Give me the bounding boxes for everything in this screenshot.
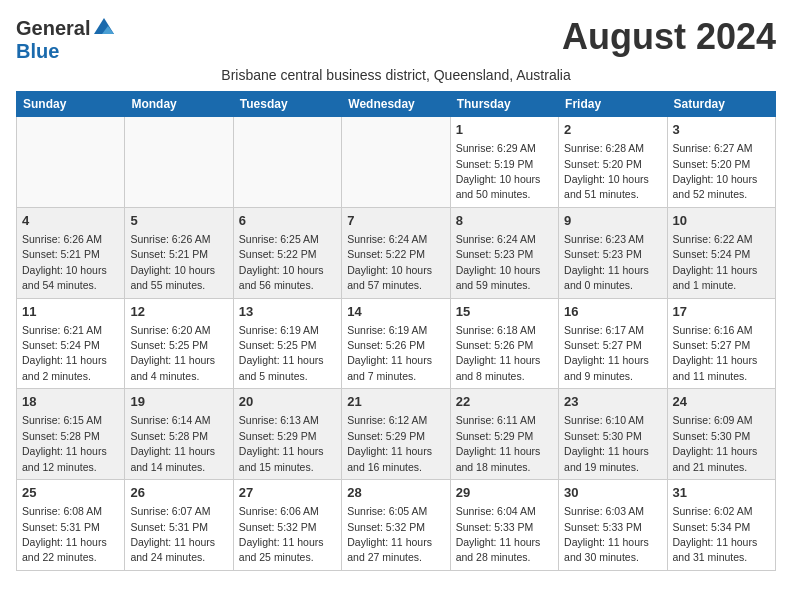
calendar-day-26: 26Sunrise: 6:07 AM Sunset: 5:31 PM Dayli… [125, 480, 233, 571]
day-number: 20 [239, 393, 336, 411]
day-info: Sunrise: 6:10 AM Sunset: 5:30 PM Dayligh… [564, 414, 649, 472]
calendar-empty-cell [342, 117, 450, 208]
day-number: 5 [130, 212, 227, 230]
calendar-day-18: 18Sunrise: 6:15 AM Sunset: 5:28 PM Dayli… [17, 389, 125, 480]
day-number: 24 [673, 393, 770, 411]
day-info: Sunrise: 6:06 AM Sunset: 5:32 PM Dayligh… [239, 505, 324, 563]
day-info: Sunrise: 6:25 AM Sunset: 5:22 PM Dayligh… [239, 233, 324, 291]
calendar-day-28: 28Sunrise: 6:05 AM Sunset: 5:32 PM Dayli… [342, 480, 450, 571]
calendar-day-3: 3Sunrise: 6:27 AM Sunset: 5:20 PM Daylig… [667, 117, 775, 208]
day-info: Sunrise: 6:11 AM Sunset: 5:29 PM Dayligh… [456, 414, 541, 472]
day-number: 2 [564, 121, 661, 139]
calendar-day-5: 5Sunrise: 6:26 AM Sunset: 5:21 PM Daylig… [125, 207, 233, 298]
day-number: 7 [347, 212, 444, 230]
weekday-header-monday: Monday [125, 92, 233, 117]
day-info: Sunrise: 6:21 AM Sunset: 5:24 PM Dayligh… [22, 324, 107, 382]
calendar-day-23: 23Sunrise: 6:10 AM Sunset: 5:30 PM Dayli… [559, 389, 667, 480]
day-number: 10 [673, 212, 770, 230]
day-number: 12 [130, 303, 227, 321]
day-number: 16 [564, 303, 661, 321]
day-info: Sunrise: 6:17 AM Sunset: 5:27 PM Dayligh… [564, 324, 649, 382]
calendar-day-12: 12Sunrise: 6:20 AM Sunset: 5:25 PM Dayli… [125, 298, 233, 389]
weekday-header-wednesday: Wednesday [342, 92, 450, 117]
day-info: Sunrise: 6:24 AM Sunset: 5:22 PM Dayligh… [347, 233, 432, 291]
calendar-day-16: 16Sunrise: 6:17 AM Sunset: 5:27 PM Dayli… [559, 298, 667, 389]
day-number: 3 [673, 121, 770, 139]
day-number: 17 [673, 303, 770, 321]
calendar-day-20: 20Sunrise: 6:13 AM Sunset: 5:29 PM Dayli… [233, 389, 341, 480]
calendar-day-21: 21Sunrise: 6:12 AM Sunset: 5:29 PM Dayli… [342, 389, 450, 480]
calendar-day-2: 2Sunrise: 6:28 AM Sunset: 5:20 PM Daylig… [559, 117, 667, 208]
day-number: 14 [347, 303, 444, 321]
calendar-day-24: 24Sunrise: 6:09 AM Sunset: 5:30 PM Dayli… [667, 389, 775, 480]
day-info: Sunrise: 6:22 AM Sunset: 5:24 PM Dayligh… [673, 233, 758, 291]
day-info: Sunrise: 6:14 AM Sunset: 5:28 PM Dayligh… [130, 414, 215, 472]
calendar-day-22: 22Sunrise: 6:11 AM Sunset: 5:29 PM Dayli… [450, 389, 558, 480]
day-info: Sunrise: 6:12 AM Sunset: 5:29 PM Dayligh… [347, 414, 432, 472]
day-info: Sunrise: 6:29 AM Sunset: 5:19 PM Dayligh… [456, 142, 541, 200]
day-info: Sunrise: 6:20 AM Sunset: 5:25 PM Dayligh… [130, 324, 215, 382]
day-info: Sunrise: 6:08 AM Sunset: 5:31 PM Dayligh… [22, 505, 107, 563]
day-info: Sunrise: 6:18 AM Sunset: 5:26 PM Dayligh… [456, 324, 541, 382]
calendar-day-29: 29Sunrise: 6:04 AM Sunset: 5:33 PM Dayli… [450, 480, 558, 571]
day-number: 13 [239, 303, 336, 321]
day-number: 30 [564, 484, 661, 502]
logo-icon [92, 16, 116, 40]
day-number: 25 [22, 484, 119, 502]
day-info: Sunrise: 6:26 AM Sunset: 5:21 PM Dayligh… [22, 233, 107, 291]
calendar-day-15: 15Sunrise: 6:18 AM Sunset: 5:26 PM Dayli… [450, 298, 558, 389]
day-info: Sunrise: 6:19 AM Sunset: 5:25 PM Dayligh… [239, 324, 324, 382]
day-number: 27 [239, 484, 336, 502]
day-number: 21 [347, 393, 444, 411]
day-info: Sunrise: 6:23 AM Sunset: 5:23 PM Dayligh… [564, 233, 649, 291]
day-number: 1 [456, 121, 553, 139]
calendar-week-row: 11Sunrise: 6:21 AM Sunset: 5:24 PM Dayli… [17, 298, 776, 389]
day-number: 9 [564, 212, 661, 230]
day-info: Sunrise: 6:15 AM Sunset: 5:28 PM Dayligh… [22, 414, 107, 472]
day-number: 19 [130, 393, 227, 411]
day-info: Sunrise: 6:13 AM Sunset: 5:29 PM Dayligh… [239, 414, 324, 472]
calendar-week-row: 18Sunrise: 6:15 AM Sunset: 5:28 PM Dayli… [17, 389, 776, 480]
calendar-day-10: 10Sunrise: 6:22 AM Sunset: 5:24 PM Dayli… [667, 207, 775, 298]
day-info: Sunrise: 6:27 AM Sunset: 5:20 PM Dayligh… [673, 142, 758, 200]
logo: General Blue [16, 16, 116, 63]
day-info: Sunrise: 6:26 AM Sunset: 5:21 PM Dayligh… [130, 233, 215, 291]
calendar-day-7: 7Sunrise: 6:24 AM Sunset: 5:22 PM Daylig… [342, 207, 450, 298]
day-info: Sunrise: 6:04 AM Sunset: 5:33 PM Dayligh… [456, 505, 541, 563]
calendar-day-14: 14Sunrise: 6:19 AM Sunset: 5:26 PM Dayli… [342, 298, 450, 389]
day-number: 15 [456, 303, 553, 321]
calendar-week-row: 25Sunrise: 6:08 AM Sunset: 5:31 PM Dayli… [17, 480, 776, 571]
calendar-day-19: 19Sunrise: 6:14 AM Sunset: 5:28 PM Dayli… [125, 389, 233, 480]
day-info: Sunrise: 6:19 AM Sunset: 5:26 PM Dayligh… [347, 324, 432, 382]
calendar-day-13: 13Sunrise: 6:19 AM Sunset: 5:25 PM Dayli… [233, 298, 341, 389]
day-info: Sunrise: 6:02 AM Sunset: 5:34 PM Dayligh… [673, 505, 758, 563]
calendar-day-8: 8Sunrise: 6:24 AM Sunset: 5:23 PM Daylig… [450, 207, 558, 298]
weekday-header-tuesday: Tuesday [233, 92, 341, 117]
day-number: 31 [673, 484, 770, 502]
calendar-day-27: 27Sunrise: 6:06 AM Sunset: 5:32 PM Dayli… [233, 480, 341, 571]
day-number: 28 [347, 484, 444, 502]
weekday-header-sunday: Sunday [17, 92, 125, 117]
calendar-week-row: 4Sunrise: 6:26 AM Sunset: 5:21 PM Daylig… [17, 207, 776, 298]
calendar-week-row: 1Sunrise: 6:29 AM Sunset: 5:19 PM Daylig… [17, 117, 776, 208]
calendar-day-30: 30Sunrise: 6:03 AM Sunset: 5:33 PM Dayli… [559, 480, 667, 571]
calendar-day-25: 25Sunrise: 6:08 AM Sunset: 5:31 PM Dayli… [17, 480, 125, 571]
calendar-empty-cell [233, 117, 341, 208]
logo-general-text: General [16, 17, 90, 40]
calendar-table: SundayMondayTuesdayWednesdayThursdayFrid… [16, 91, 776, 571]
calendar-day-17: 17Sunrise: 6:16 AM Sunset: 5:27 PM Dayli… [667, 298, 775, 389]
day-number: 6 [239, 212, 336, 230]
day-info: Sunrise: 6:09 AM Sunset: 5:30 PM Dayligh… [673, 414, 758, 472]
day-info: Sunrise: 6:03 AM Sunset: 5:33 PM Dayligh… [564, 505, 649, 563]
calendar-day-1: 1Sunrise: 6:29 AM Sunset: 5:19 PM Daylig… [450, 117, 558, 208]
day-number: 22 [456, 393, 553, 411]
day-number: 11 [22, 303, 119, 321]
weekday-header-thursday: Thursday [450, 92, 558, 117]
day-info: Sunrise: 6:07 AM Sunset: 5:31 PM Dayligh… [130, 505, 215, 563]
day-info: Sunrise: 6:05 AM Sunset: 5:32 PM Dayligh… [347, 505, 432, 563]
day-info: Sunrise: 6:16 AM Sunset: 5:27 PM Dayligh… [673, 324, 758, 382]
day-number: 29 [456, 484, 553, 502]
day-number: 18 [22, 393, 119, 411]
calendar-day-11: 11Sunrise: 6:21 AM Sunset: 5:24 PM Dayli… [17, 298, 125, 389]
day-number: 4 [22, 212, 119, 230]
